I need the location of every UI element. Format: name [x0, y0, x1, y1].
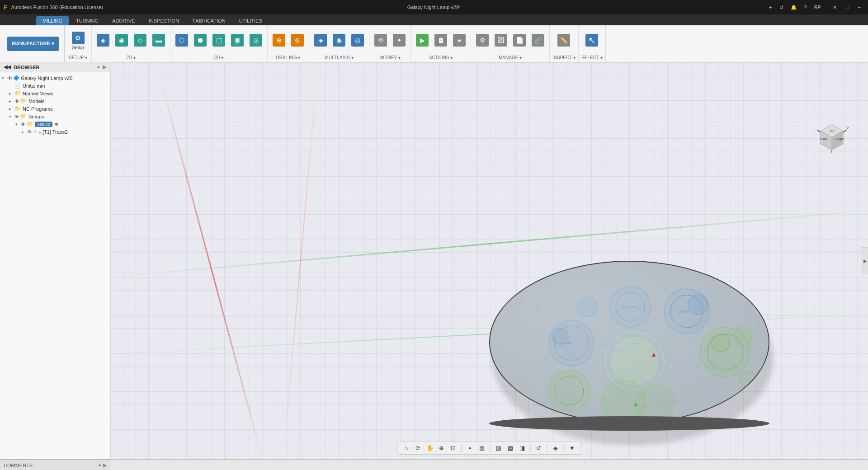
orbit-btn[interactable]: ⟳	[413, 443, 423, 453]
modify-btn-2[interactable]: ✦	[391, 33, 408, 49]
2d-btn-3[interactable]: ◇	[132, 33, 149, 49]
svg-point-0	[491, 263, 769, 423]
2d-btn-2[interactable]: ◉	[113, 33, 130, 49]
browser-back-icon[interactable]: ◀◀	[4, 64, 11, 70]
select-label[interactable]: SELECT ▾	[581, 55, 603, 60]
3d-btn-1[interactable]: ⬡	[173, 33, 190, 49]
view-cube[interactable]: Top Right Front Z	[814, 121, 850, 157]
root-eye[interactable]: 👁	[7, 75, 12, 81]
tree-item-units[interactable]: ▸ 📄 Units: mm	[0, 82, 110, 89]
2d-btn-4[interactable]: ▬	[150, 33, 167, 49]
3d-btn-2[interactable]: ⬢	[192, 33, 209, 49]
display-shade-btn[interactable]: ▨	[494, 443, 504, 453]
multiaxis-btn-3[interactable]: ◎	[349, 33, 366, 49]
tree-item-setups[interactable]: ▾ 👁 📁 Setups	[0, 113, 110, 120]
manage-btn-4[interactable]: 🔗	[529, 33, 547, 49]
setup2-eye[interactable]: 👁	[21, 122, 26, 127]
3d-icon-4: ▣	[231, 34, 244, 47]
tree-item-setup2[interactable]: ▾ 👁 📁 Setup2 ⏺	[0, 120, 110, 128]
drilling-btn-2[interactable]: ⊗	[289, 33, 306, 49]
manage-btn-1[interactable]: ⚙	[474, 33, 491, 49]
pan-btn[interactable]: ✋	[425, 443, 435, 453]
browser-expand-icon[interactable]: ▶	[103, 64, 106, 70]
inspect-label[interactable]: INSPECT ▾	[552, 55, 576, 60]
filter-btn[interactable]: ▼	[567, 443, 577, 453]
notification-btn[interactable]: 🔔	[788, 5, 800, 10]
multiaxis-btn-2[interactable]: ◉	[330, 33, 348, 49]
zoom-btn[interactable]: ⊕	[437, 443, 447, 453]
display-edge-btn[interactable]: ◨	[517, 443, 527, 453]
tree-item-models[interactable]: ▸ 👁 📁 Models	[0, 97, 110, 105]
2d-label[interactable]: 2D ▾	[126, 55, 136, 60]
disc-top[interactable]: PLANET NEPTUNE EARTH	[489, 261, 769, 423]
named-views-arrow[interactable]: ▸	[9, 91, 14, 96]
actions-btn-1[interactable]: ▶	[414, 33, 431, 49]
tab-fabrication[interactable]: FABRICATION	[186, 16, 232, 25]
models-arrow[interactable]: ▸	[9, 99, 14, 103]
tree-item-root[interactable]: ▾ 👁 🔷 Galaxy Night Lamp v20	[0, 74, 110, 82]
tab-additive[interactable]: ADDITIVE	[106, 16, 142, 25]
setups-arrow[interactable]: ▾	[9, 114, 14, 119]
manage-btn-2[interactable]: 🖼	[492, 33, 509, 49]
setup-label[interactable]: SETUP ▾	[69, 55, 87, 60]
manufacture-button[interactable]: MANUFACTURE ▾	[7, 37, 59, 51]
disc-artwork: PLANET NEPTUNE EARTH	[490, 262, 769, 423]
display-grid-btn[interactable]: ▦	[477, 443, 487, 453]
modify-label[interactable]: MODIFY ▾	[379, 55, 400, 60]
new-tab-btn[interactable]: +	[766, 5, 774, 10]
setup-button[interactable]: ⚙ Setup	[70, 30, 87, 52]
2d-btn-1[interactable]: ◈	[94, 33, 112, 49]
tree-item-trace2[interactable]: ▸ 👁 ⚠ ⬥ [T1] Trace2	[0, 128, 110, 136]
modify-btn-1[interactable]: ⟲	[372, 33, 389, 49]
3d-btn-3[interactable]: ◫	[210, 33, 227, 49]
fit-btn[interactable]: ⊡	[448, 443, 458, 453]
root-arrow[interactable]: ▾	[2, 76, 7, 80]
multiaxis-btn-1[interactable]: ◈	[312, 33, 329, 49]
setups-eye[interactable]: 👁	[14, 114, 19, 119]
multiaxis-label[interactable]: MULTI-AXIS ▾	[325, 55, 353, 60]
browser-circle-icon[interactable]: ●	[97, 64, 100, 70]
minimize-btn[interactable]: −	[854, 5, 864, 10]
tree-item-nc-programs[interactable]: ▸ 📁 NC Programs	[0, 105, 110, 113]
inspect-btn-1[interactable]: 📏	[555, 33, 572, 49]
user-btn[interactable]: RP	[811, 5, 824, 10]
trace2-eye[interactable]: 👁	[27, 129, 32, 135]
actions-btn-2[interactable]: 📋	[432, 33, 449, 49]
trace2-arrow[interactable]: ▸	[22, 130, 27, 134]
setup-icon: ⚙	[72, 32, 85, 44]
select-btn-1[interactable]: ↖	[583, 33, 600, 49]
right-panel-toggle[interactable]: ▶	[862, 247, 868, 274]
actions-btn-3[interactable]: ≡	[451, 33, 468, 49]
tab-utilities[interactable]: UTILITIES	[233, 16, 269, 25]
3d-btn-5[interactable]: ◎	[247, 33, 264, 49]
viewport[interactable]: PLANET NEPTUNE EARTH	[110, 62, 868, 459]
sep-2	[490, 444, 491, 452]
drilling-label[interactable]: DRILLING ▾	[276, 55, 301, 60]
surface-btn[interactable]: ◈	[551, 443, 561, 453]
3d-btn-4[interactable]: ▣	[229, 33, 246, 49]
help-btn[interactable]: ?	[802, 5, 810, 10]
display-wire-btn[interactable]: ▩	[505, 443, 515, 453]
nc-arrow[interactable]: ▸	[9, 107, 14, 111]
comments-arrow[interactable]: ▶	[103, 462, 107, 468]
setup2-arrow[interactable]: ▾	[15, 122, 21, 127]
ribbon-group-setup: ⚙ Setup SETUP ▾	[65, 25, 92, 62]
tree-item-named-views[interactable]: ▸ 📁 Named Views	[0, 89, 110, 97]
maximize-btn[interactable]: □	[842, 5, 853, 10]
models-eye[interactable]: 👁	[14, 99, 19, 104]
tab-inspection[interactable]: INSPECTION	[142, 16, 185, 25]
manage-label[interactable]: MANAGE ▾	[499, 55, 522, 60]
close-window-btn[interactable]: ✕	[829, 5, 840, 10]
display-mesh-btn[interactable]: ▪	[465, 443, 475, 453]
3d-label[interactable]: 3D ▾	[214, 55, 224, 60]
manage-btn-3[interactable]: 📄	[511, 33, 528, 49]
refresh-view-btn[interactable]: ↺	[534, 443, 544, 453]
tab-turning[interactable]: TURNING	[70, 16, 105, 25]
tab-milling[interactable]: MILLING	[36, 16, 69, 25]
refresh-btn[interactable]: ↺	[777, 5, 786, 10]
window-controls[interactable]: + ↺ 🔔 ? RP ✕ □ −	[766, 5, 864, 10]
home-btn[interactable]: ⌂	[401, 443, 411, 453]
trace2-label: [T1] Trace2	[42, 129, 68, 135]
actions-label[interactable]: ACTIONS ▾	[429, 55, 453, 60]
drilling-btn-1[interactable]: ⊕	[270, 33, 288, 49]
